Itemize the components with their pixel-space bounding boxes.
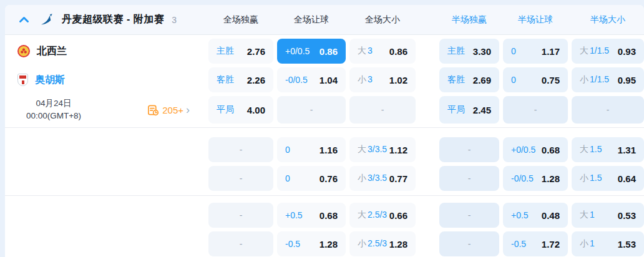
ou-direction: 小 [580, 173, 588, 184]
odds-value: 0.86 [320, 46, 338, 57]
odds-label: +0/0.5 [285, 46, 310, 56]
odds-label: 0 [285, 173, 290, 183]
odds-label: 客胜 [217, 74, 234, 85]
ou-direction: 小 [580, 74, 588, 85]
odds-cell[interactable]: 00.75 [503, 67, 568, 92]
league-logo-icon [41, 14, 54, 26]
odds-value: 1.72 [542, 239, 560, 250]
ou-line: 1/1.5 [590, 46, 609, 56]
odds-value: 1.02 [389, 75, 407, 85]
odds-label: 大3 [358, 46, 373, 57]
column-header-full-overunder: 全场大小 [349, 14, 416, 26]
odds-cell-empty: - [277, 96, 346, 124]
odds-row: -01.16大3/3.51.12-+0/0.50.68大1.51.31 [5, 137, 644, 162]
odds-widget: 丹麦超级联赛 - 附加赛 3 全场独赢 全场让球 全场大小 半场独赢 半场让球 … [5, 5, 644, 257]
left-pane-empty [5, 137, 205, 162]
odds-cell[interactable]: 01.17 [503, 39, 568, 64]
odds-cell-empty: - [439, 166, 499, 191]
odds-cell[interactable]: 客胜2.69 [439, 67, 499, 92]
odds-cell[interactable]: 客胜2.26 [208, 67, 273, 92]
odds-cell[interactable]: 大1.51.31 [572, 137, 644, 162]
odds-cell[interactable]: 大2.5/30.66 [349, 203, 416, 228]
odds-cell[interactable]: 大10.53 [572, 203, 644, 228]
odds-label: 客胜 [447, 74, 465, 85]
odds-cell-empty: - [439, 203, 499, 228]
odds-cell[interactable]: -0.51.72 [503, 231, 568, 256]
odds-cell[interactable]: +0/0.50.68 [503, 137, 568, 162]
more-markets-link[interactable]: 205+ › [147, 104, 190, 116]
ou-line: 2.5/3 [368, 238, 387, 248]
odds-row: -00.76小3/3.50.77--0/0.51.28小1.50.64 [5, 166, 644, 191]
odds-label: 小1.5 [580, 173, 602, 184]
odds-cell[interactable]: 01.16 [277, 137, 346, 162]
match-date: 04月24日 [12, 97, 95, 110]
chevron-right-icon: › [186, 104, 190, 115]
odds-value: 2.45 [473, 105, 491, 115]
odds-value: 0.86 [389, 46, 407, 57]
ou-line: 1 [590, 238, 595, 248]
draw-odds-row: 04月24日 00:00(GMT+8) 205+ › [5, 96, 644, 124]
odds-value: 0.76 [320, 173, 338, 184]
odds-cell[interactable]: 大3/3.51.12 [349, 137, 416, 162]
odds-cell[interactable]: 主胜2.76 [208, 39, 273, 64]
odds-value: 0.66 [389, 210, 407, 221]
odds-cell[interactable]: 小1/1.50.95 [572, 67, 644, 92]
odds-value: 1.16 [320, 145, 338, 155]
odds-cell[interactable]: 小1.50.64 [572, 166, 644, 191]
ou-line: 1.5 [590, 173, 602, 183]
odds-label: -0.5 [285, 239, 300, 249]
odds-cell[interactable]: 大1/1.50.93 [572, 39, 644, 64]
odds-cell-empty: - [503, 96, 568, 124]
odds-cell[interactable]: -0.51.28 [277, 231, 346, 256]
odds-value: 1.31 [618, 145, 636, 155]
ou-direction: 大 [358, 46, 366, 57]
odds-cell[interactable]: 平局2.45 [439, 96, 499, 124]
alt-lines-group-1: -01.16大3/3.51.12-+0/0.50.68大1.51.31 -00.… [5, 127, 644, 195]
odds-value: 0.95 [618, 75, 636, 85]
odds-cell[interactable]: 00.76 [277, 166, 346, 191]
home-team-name: 北西兰 [37, 45, 67, 58]
home-odds-row: 北西兰 主胜2.76+0/0.50.86大30.86主胜3.3001.17大1/… [5, 39, 644, 64]
odds-value: 2.69 [473, 75, 491, 85]
odds-label: 小1 [580, 238, 595, 250]
left-pane-empty [5, 203, 205, 228]
odds-value: 0.53 [618, 210, 636, 221]
away-team-row[interactable]: 奥胡斯 [5, 67, 205, 92]
odds-label: 平局 [447, 104, 465, 115]
ou-direction: 小 [580, 238, 588, 250]
odds-cell-empty: - [439, 231, 499, 256]
odds-label: -0/0.5 [285, 75, 308, 85]
odds-cell-empty: - [439, 137, 499, 162]
odds-label: 小3 [358, 74, 373, 85]
odds-value: 1.28 [320, 239, 338, 250]
odds-cell[interactable]: 主胜3.30 [439, 39, 499, 64]
more-markets-count: 205+ [162, 105, 183, 115]
odds-cell[interactable]: +0/0.50.86 [277, 39, 346, 64]
odds-value: 0.77 [389, 173, 407, 184]
left-pane-empty [5, 231, 205, 256]
odds-cell[interactable]: 平局4.00 [208, 96, 273, 124]
ou-line: 3/3.5 [368, 144, 387, 154]
odds-label: 大2.5/3 [358, 210, 387, 221]
odds-cell[interactable]: +0.50.68 [277, 203, 346, 228]
markets-icon [147, 104, 159, 116]
main-match-group: 北西兰 主胜2.76+0/0.50.86大30.86主胜3.3001.17大1/… [5, 35, 644, 127]
odds-cell[interactable]: 小3/3.50.77 [349, 166, 416, 191]
league-title: 丹麦超级联赛 - 附加赛 [62, 13, 164, 26]
odds-cell-empty: - [208, 203, 273, 228]
odds-cell[interactable]: 大30.86 [349, 39, 416, 64]
odds-cell[interactable]: 小2.5/31.28 [349, 231, 416, 256]
odds-cell[interactable]: 小31.02 [349, 67, 416, 92]
odds-value: 4.00 [247, 105, 265, 115]
away-team-crest-icon [17, 74, 28, 86]
odds-cell-empty: - [208, 166, 273, 191]
odds-value: 1.04 [320, 75, 338, 85]
odds-cell[interactable]: 小11.53 [572, 231, 644, 256]
home-team-row[interactable]: 北西兰 [5, 39, 205, 64]
odds-value: 0.48 [542, 210, 560, 221]
collapse-chevron-up-icon[interactable] [19, 16, 29, 23]
odds-cell[interactable]: -0/0.51.04 [277, 67, 346, 92]
ou-line: 1 [590, 210, 595, 220]
odds-cell[interactable]: +0.50.48 [503, 203, 568, 228]
odds-cell[interactable]: -0/0.51.28 [503, 166, 568, 191]
